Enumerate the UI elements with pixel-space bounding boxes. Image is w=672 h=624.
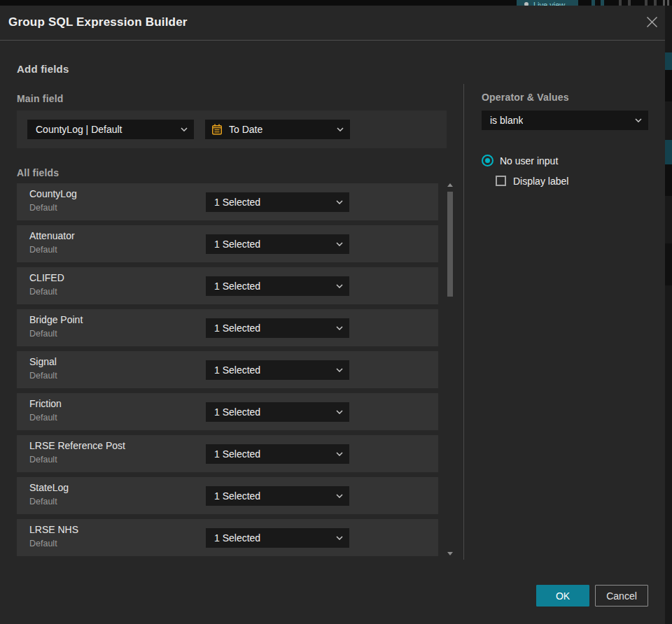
chevron-down-icon (336, 536, 343, 540)
chevron-down-icon (336, 200, 343, 204)
group-sql-expression-builder-dialog: Group SQL Expression Builder Add fields … (0, 6, 665, 624)
triangle-up-icon (447, 183, 453, 187)
field-row: CLIFED Default 1 Selected (17, 267, 438, 304)
chevron-down-icon (181, 127, 188, 132)
panel-divider (463, 84, 464, 560)
scrollbar-down-arrow[interactable] (447, 552, 453, 558)
chevron-down-icon (635, 118, 642, 122)
field-row-selected-dropdown[interactable]: 1 Selected (206, 486, 349, 506)
field-row-subtitle: Default (29, 497, 57, 506)
display-label-checkbox[interactable] (496, 176, 506, 186)
main-field-panel: CountyLog | Default To Date (17, 111, 447, 148)
no-user-input-radio[interactable] (482, 155, 493, 166)
backdrop-fragment (592, 0, 595, 6)
field-row-subtitle: Default (29, 329, 57, 339)
field-row: StateLog Default 1 Selected (17, 477, 438, 514)
field-row-selected-dropdown[interactable]: 1 Selected (206, 528, 349, 548)
field-row-name: Signal (29, 356, 57, 367)
live-view-badge: Live view (517, 0, 578, 6)
chevron-down-icon (336, 326, 343, 330)
field-row-selected-dropdown[interactable]: 1 Selected (206, 192, 349, 212)
dialog-title: Group SQL Expression Builder (8, 15, 188, 29)
main-field-select-value: CountyLog | Default (36, 124, 122, 135)
field-row-name: Bridge Point (29, 314, 83, 325)
field-row-selected-value: 1 Selected (214, 448, 260, 460)
backdrop-fragment (665, 140, 672, 164)
field-row-selected-value: 1 Selected (214, 532, 260, 544)
cancel-button[interactable]: Cancel (595, 585, 648, 607)
field-row-name: Friction (29, 398, 62, 409)
field-row-subtitle: Default (29, 539, 57, 548)
main-field-select[interactable]: CountyLog | Default (27, 120, 194, 139)
field-row-subtitle: Default (29, 413, 57, 423)
ok-button[interactable]: OK (536, 585, 589, 607)
title-divider (0, 40, 665, 41)
scrollbar-thumb[interactable] (447, 192, 453, 297)
field-row: Bridge Point Default 1 Selected (17, 309, 438, 346)
backdrop-fragment (665, 70, 672, 101)
field-row-selected-dropdown[interactable]: 1 Selected (206, 276, 349, 296)
field-row-selected-dropdown[interactable]: 1 Selected (206, 318, 349, 338)
chevron-down-icon (336, 242, 343, 246)
field-row: Signal Default 1 Selected (17, 351, 438, 388)
backdrop-fragment (663, 0, 665, 6)
display-label-label: Display label (513, 176, 568, 187)
close-icon (645, 15, 659, 29)
field-row-subtitle: Default (29, 203, 57, 213)
field-row: LRSE Reference Post Default 1 Selected (17, 435, 438, 472)
screen: Live view Group SQL Expression Builder (0, 0, 672, 624)
calendar-icon (211, 124, 223, 135)
chevron-down-icon (336, 410, 343, 414)
backdrop-fragment (667, 0, 669, 6)
operator-select-value: is blank (490, 115, 523, 126)
backdrop-fragment (665, 52, 672, 70)
main-field-label: Main field (17, 93, 64, 104)
scrollbar-up-arrow[interactable] (447, 183, 453, 189)
all-fields-label: All fields (17, 167, 59, 178)
live-view-label: Live view (533, 1, 565, 6)
backdrop-fragment (628, 0, 631, 6)
operator-select[interactable]: is blank (482, 111, 648, 130)
backdrop-fragment (619, 0, 622, 6)
field-row: Friction Default 1 Selected (17, 393, 438, 430)
field-row-selected-value: 1 Selected (214, 281, 260, 292)
chevron-down-icon (336, 284, 343, 288)
field-row-subtitle: Default (29, 455, 57, 465)
background-app-right-strip (665, 6, 672, 624)
list-scrollbar (447, 183, 454, 558)
operator-values-label: Operator & Values (482, 92, 569, 103)
backdrop-fragment (601, 0, 604, 6)
field-row-subtitle: Default (29, 371, 57, 381)
field-row-selected-value: 1 Selected (214, 406, 260, 418)
field-row-selected-value: 1 Selected (214, 364, 260, 376)
field-row-name: CountyLog (29, 188, 77, 199)
field-row-subtitle: Default (29, 245, 57, 255)
triangle-down-icon (447, 552, 453, 555)
all-fields-list: CountyLog Default 1 Selected Attenuator … (17, 183, 438, 562)
chevron-down-icon (337, 127, 344, 132)
chevron-down-icon (336, 494, 343, 498)
field-row-name: StateLog (29, 482, 69, 493)
field-row-selected-dropdown[interactable]: 1 Selected (206, 360, 349, 380)
field-row-subtitle: Default (29, 287, 57, 297)
field-row-selected-value: 1 Selected (214, 239, 260, 250)
field-row-selected-value: 1 Selected (214, 197, 260, 208)
field-row-selected-dropdown[interactable]: 1 Selected (206, 402, 349, 422)
backdrop-fragment (665, 243, 672, 285)
chevron-down-icon (336, 452, 343, 456)
field-row-selected-dropdown[interactable]: 1 Selected (206, 444, 349, 464)
background-app-top-strip: Live view (0, 0, 672, 6)
field-row: Attenuator Default 1 Selected (17, 225, 438, 262)
field-type-select[interactable]: To Date (205, 120, 350, 139)
dialog-title-bar: Group SQL Expression Builder (0, 6, 665, 40)
no-user-input-label: No user input (500, 155, 558, 166)
field-row-selected-value: 1 Selected (214, 322, 260, 334)
add-fields-heading: Add fields (17, 63, 69, 75)
field-row-name: CLIFED (29, 272, 64, 283)
field-row-selected-dropdown[interactable]: 1 Selected (206, 234, 349, 254)
radio-dot-icon (485, 158, 490, 163)
field-row-name: LRSE Reference Post (29, 440, 125, 451)
close-button[interactable] (643, 13, 660, 30)
backdrop-fragment (654, 0, 657, 6)
field-row: LRSE NHS Default 1 Selected (17, 519, 438, 556)
